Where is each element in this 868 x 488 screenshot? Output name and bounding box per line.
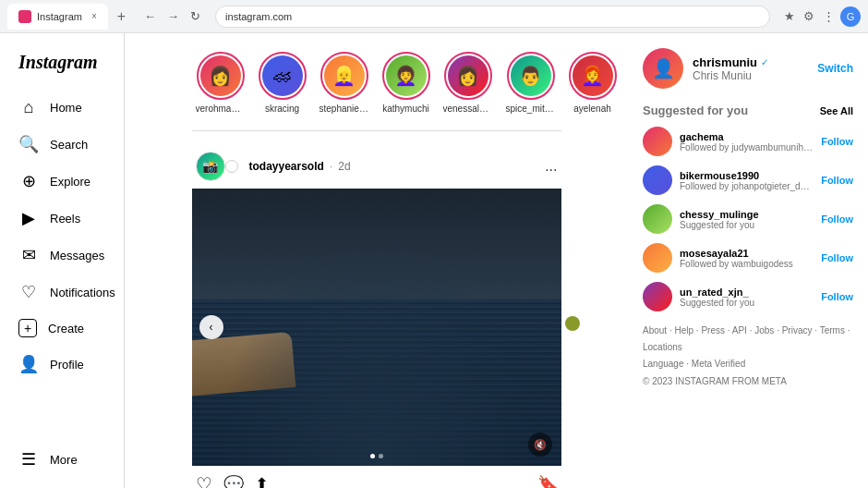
nav-item-messages[interactable]: ✉ Messages: [7, 238, 116, 273]
browser-tab[interactable]: Instagram ×: [7, 4, 108, 30]
story-avatar-6: 👩‍🦰: [569, 52, 617, 100]
story-avatar-0: 👩: [197, 52, 245, 100]
suggested-username-4[interactable]: un_rated_xjn_: [680, 287, 814, 298]
follow-button-0[interactable]: Follow: [821, 136, 853, 147]
suggested-username-0[interactable]: gachema: [680, 131, 814, 142]
current-user-avatar: 👤: [643, 48, 683, 89]
story-item-4[interactable]: 👩 venessalaila: [443, 52, 493, 114]
suggested-avatar-4: [643, 282, 672, 311]
follow-button-3[interactable]: Follow: [821, 252, 853, 263]
nav-item-profile[interactable]: 👤 Profile: [7, 347, 116, 382]
story-avatar-3: 👩‍🦱: [382, 52, 430, 100]
story-name-3: kathymuchi: [382, 104, 429, 114]
nav-label-notifications: Notifications: [50, 286, 115, 299]
footer-link-language[interactable]: Language: [643, 359, 684, 369]
footer-link-api[interactable]: API: [732, 325, 747, 336]
refresh-button[interactable]: ↻: [187, 7, 204, 25]
home-icon: ⌂: [18, 97, 39, 117]
share-button[interactable]: ⬆: [255, 474, 269, 488]
save-button[interactable]: 🔖: [537, 474, 558, 488]
follow-button-4[interactable]: Follow: [821, 291, 853, 302]
footer-link-locations[interactable]: Locations: [643, 342, 682, 352]
story-item-0[interactable]: 👩 verohmanu...: [196, 52, 246, 114]
post-image: ‹ 🔇: [192, 189, 561, 466]
prev-chevron-icon: ‹: [210, 321, 213, 334]
current-user-info: chrismuniu ✓ Chris Muniu: [693, 55, 808, 82]
tab-close-button[interactable]: ×: [91, 11, 97, 21]
comment-button[interactable]: 💬: [223, 474, 244, 488]
back-button[interactable]: ←: [140, 7, 160, 25]
footer-link-jobs[interactable]: Jobs: [754, 325, 774, 336]
image-overlay: [192, 189, 561, 466]
browser-profile[interactable]: G: [840, 6, 861, 27]
nav-label-profile: Profile: [50, 358, 84, 372]
suggested-username-3[interactable]: mosesayala21: [680, 248, 814, 259]
nav-item-explore[interactable]: ⊕ Explore: [7, 164, 116, 199]
extensions-button[interactable]: ⚙: [801, 7, 817, 25]
story-avatar-1: 🏎: [259, 52, 307, 100]
nav-label-home: Home: [50, 101, 82, 115]
browser-right-controls: ★ ⚙ ⋮ G: [781, 6, 861, 27]
suggested-username-2[interactable]: chessy_mulinge: [680, 209, 814, 220]
story-item-1[interactable]: 🏎 skracing: [259, 52, 307, 114]
current-user-fullname: Chris Muniu: [693, 69, 808, 82]
suggested-user-2: chessy_mulinge Suggested for you Follow: [643, 204, 853, 234]
feed-content: 👩 verohmanu... 🏎 skracing 👱‍♀ stephanie_…: [192, 52, 561, 470]
suggested-sub-3: Followed by wambuigodess: [680, 259, 814, 269]
follow-button-2[interactable]: Follow: [821, 214, 853, 225]
footer-link-help[interactable]: Help: [674, 325, 693, 336]
story-avatar-5: 👨: [507, 52, 555, 100]
like-button[interactable]: ♡: [196, 473, 212, 488]
url-text: instagram.com: [225, 11, 292, 22]
switch-account-button[interactable]: Switch: [817, 62, 853, 75]
story-item-3[interactable]: 👩‍🦱 kathymuchi: [382, 52, 430, 114]
post-more-button[interactable]: ...: [545, 158, 557, 175]
footer-link-about[interactable]: About: [643, 325, 667, 336]
footer-link-press[interactable]: Press: [701, 325, 725, 336]
suggested-avatar-2: [643, 204, 672, 234]
address-bar[interactable]: instagram.com: [215, 6, 770, 28]
post-mute-button[interactable]: 🔇: [528, 433, 552, 457]
suggested-sub-0: Followed by judywambumunihi · 4 mo...: [680, 142, 814, 152]
messages-icon: ✉: [18, 245, 39, 265]
nav-item-reels[interactable]: ▶ Reels: [7, 201, 116, 236]
footer-link-privacy[interactable]: Privacy: [782, 325, 813, 336]
forward-button[interactable]: →: [163, 7, 183, 25]
menu-button[interactable]: ⋮: [820, 7, 838, 25]
nav-item-search[interactable]: 🔍 Search: [7, 127, 116, 162]
current-user-name[interactable]: chrismuniu: [693, 55, 757, 69]
follow-button-1[interactable]: Follow: [821, 175, 853, 186]
copyright: © 2023 INSTAGRAM FROM META: [643, 376, 853, 386]
nav-label-search: Search: [50, 138, 88, 152]
nav-item-create[interactable]: + Create: [7, 311, 116, 345]
post-ring-icon: [225, 160, 238, 173]
suggested-info-4: un_rated_xjn_ Suggested for you: [680, 287, 814, 308]
story-item-5[interactable]: 👨 spice_mitchy: [506, 52, 556, 114]
carousel-dot-active: [370, 454, 375, 458]
new-tab-button[interactable]: +: [112, 6, 131, 27]
suggested-sub-2: Suggested for you: [680, 220, 814, 230]
instagram-logo[interactable]: Instagram: [7, 44, 116, 88]
tab-title: Instagram: [37, 11, 82, 22]
see-all-button[interactable]: See All: [820, 105, 853, 116]
post-username[interactable]: todayyearsold: [249, 160, 324, 173]
nav-item-notifications[interactable]: ♡ Notifications: [7, 274, 116, 310]
logo-text: Instagram: [18, 52, 98, 72]
nav-item-more[interactable]: ☰ More: [7, 442, 116, 477]
post-header: 📸 todayyearsold · 2d ...: [192, 144, 561, 189]
footer-link-meta[interactable]: Meta Verified: [692, 359, 745, 369]
footer-link-terms[interactable]: Terms: [820, 325, 845, 336]
bookmark-button[interactable]: ★: [781, 7, 798, 25]
story-item-6[interactable]: 👩‍🦰 ayelenah: [569, 52, 617, 114]
verified-badge: ✓: [761, 57, 768, 67]
current-user-section: 👤 chrismuniu ✓ Chris Muniu Switch: [643, 48, 853, 89]
divider: [192, 130, 561, 131]
story-item-2[interactable]: 👱‍♀ stephanie_j...: [319, 52, 369, 114]
sidebar: Instagram ⌂ Home 🔍 Search ⊕ Explore ▶ Re…: [0, 33, 125, 488]
story-name-5: spice_mitchy: [506, 104, 556, 114]
suggested-user-3: mosesayala21 Followed by wambuigodess Fo…: [643, 243, 853, 273]
nav-item-home[interactable]: ⌂ Home: [7, 90, 116, 125]
suggested-username-1[interactable]: bikermouse1990: [680, 170, 814, 181]
post-prev-button[interactable]: ‹: [199, 315, 223, 339]
nav-label-messages: Messages: [50, 249, 104, 262]
